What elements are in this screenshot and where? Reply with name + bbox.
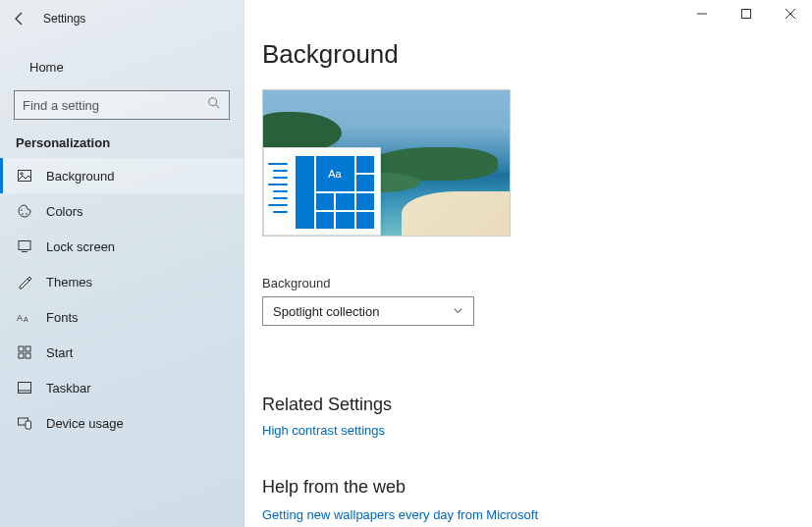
window-controls <box>679 0 812 27</box>
sidebar-item-label: Taskbar <box>46 381 91 395</box>
preview-tile-text: Aa <box>316 156 354 191</box>
svg-line-5 <box>216 105 220 109</box>
preview-sample-window: Aa <box>263 147 381 236</box>
svg-point-9 <box>22 213 24 215</box>
svg-rect-16 <box>26 346 30 351</box>
svg-rect-11 <box>19 241 30 250</box>
minimize-button[interactable] <box>679 0 724 27</box>
svg-text:A: A <box>17 313 23 323</box>
sidebar-item-fonts[interactable]: AA Fonts <box>0 299 244 335</box>
sidebar-item-themes[interactable]: Themes <box>0 264 244 299</box>
svg-rect-22 <box>26 421 31 429</box>
sidebar-item-colors[interactable]: Colors <box>0 193 244 229</box>
svg-rect-19 <box>19 383 31 394</box>
category-label: Personalization <box>0 120 244 158</box>
taskbar-icon <box>17 380 32 395</box>
svg-rect-1 <box>741 10 750 19</box>
home-nav[interactable]: Home <box>0 49 244 84</box>
search-input[interactable] <box>15 91 229 119</box>
picture-icon <box>17 168 32 184</box>
app-title: Settings <box>43 12 85 26</box>
start-icon <box>17 344 32 360</box>
sidebar-item-taskbar[interactable]: Taskbar <box>0 370 244 405</box>
sidebar-item-lockscreen[interactable]: Lock screen <box>0 229 244 264</box>
search-icon <box>207 96 221 114</box>
related-settings-heading: Related Settings <box>262 395 812 415</box>
home-label: Home <box>29 60 64 75</box>
high-contrast-link[interactable]: High contrast settings <box>262 423 812 438</box>
sidebar-item-label: Start <box>46 345 73 360</box>
sidebar-item-background[interactable]: Background <box>0 158 244 193</box>
lockscreen-icon <box>17 238 32 254</box>
svg-rect-15 <box>19 346 24 351</box>
nav-list: Background Colors Lock screen Themes AA … <box>0 158 244 441</box>
sidebar-item-label: Device usage <box>46 416 124 431</box>
sidebar-item-label: Fonts <box>46 310 79 325</box>
background-dropdown[interactable]: Spotlight collection <box>262 296 474 326</box>
sidebar-item-start[interactable]: Start <box>0 335 244 370</box>
sidebar-item-deviceusage[interactable]: Device usage <box>0 405 244 441</box>
sidebar-item-label: Background <box>46 169 114 184</box>
content-area: Background Aa Background Spot <box>244 0 812 527</box>
svg-point-10 <box>26 213 27 215</box>
svg-point-4 <box>209 98 217 106</box>
sidebar-item-label: Lock screen <box>46 239 115 254</box>
svg-rect-17 <box>19 353 24 358</box>
sidebar-item-label: Colors <box>46 204 83 219</box>
chevron-down-icon <box>453 304 463 319</box>
close-button[interactable] <box>768 0 812 27</box>
page-title: Background <box>262 39 812 70</box>
device-icon <box>17 415 32 431</box>
help-link-wallpapers[interactable]: Getting new wallpapers every day from Mi… <box>262 507 812 522</box>
dropdown-value: Spotlight collection <box>273 304 379 319</box>
svg-point-8 <box>21 209 23 211</box>
help-heading: Help from the web <box>262 477 812 498</box>
fonts-icon: AA <box>17 309 32 325</box>
themes-icon <box>17 274 32 290</box>
search-box[interactable] <box>14 90 230 120</box>
background-preview: Aa <box>262 89 511 237</box>
svg-text:A: A <box>24 316 28 323</box>
sidebar-item-label: Themes <box>46 275 92 290</box>
palette-icon <box>17 203 32 219</box>
svg-point-7 <box>21 173 23 175</box>
sidebar: Settings Home Personalization Background <box>0 0 244 527</box>
maximize-button[interactable] <box>724 0 768 27</box>
background-field-label: Background <box>262 276 812 290</box>
svg-rect-18 <box>26 353 30 358</box>
back-button[interactable] <box>10 9 29 28</box>
